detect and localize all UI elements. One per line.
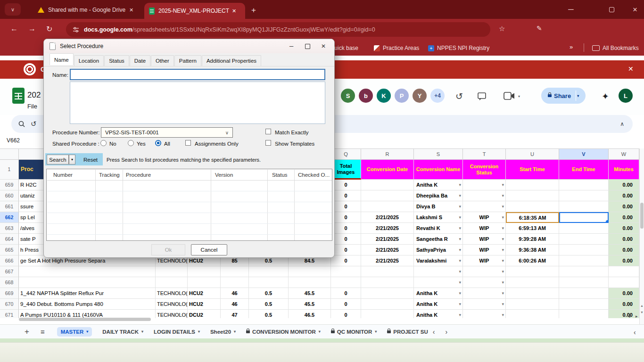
dropdown-icon[interactable]: ▾ [502, 313, 504, 317]
vertical-scrollbar[interactable]: ▲ ▼ [639, 148, 644, 324]
back-button[interactable]: ← [10, 25, 18, 33]
bookmark-nppes[interactable]: + NPPES NPI Registry [428, 43, 489, 53]
dropdown-icon[interactable]: ▾ [502, 182, 504, 187]
tabs-scroll-left-icon[interactable]: ‹ [433, 328, 435, 336]
results-table[interactable]: Number Tracking Procedure Version Status… [46, 169, 332, 241]
cell-V660[interactable] [559, 190, 609, 201]
cell-U669[interactable] [506, 288, 559, 299]
cell-x0-667[interactable] [156, 266, 188, 277]
sheet-tab-sheet20[interactable]: Sheet20▾ [210, 329, 236, 335]
cell-V659[interactable] [559, 180, 609, 190]
header-cell-minutes[interactable]: Minutes [609, 160, 639, 180]
cell-S668[interactable]: ▾ [414, 277, 463, 288]
cell-R659[interactable] [361, 180, 414, 190]
cell-U661[interactable] [506, 201, 559, 212]
dropdown-icon[interactable]: ▾ [502, 302, 504, 306]
sparkle-icon[interactable]: ✦ [602, 91, 609, 102]
cell-x4-668[interactable] [289, 277, 331, 288]
row-header-666[interactable]: 666 [0, 255, 19, 266]
close-icon[interactable]: ✕ [628, 65, 634, 73]
cell-U662[interactable]: 6:18:35 AM [506, 212, 559, 223]
sheet-tab-qc-monitor[interactable]: QC MONITOR▾ [331, 329, 377, 335]
cancel-button[interactable]: Cancel [191, 244, 227, 255]
cell-T662[interactable]: WIP▾ [463, 212, 506, 223]
dropdown-icon[interactable]: ▾ [459, 291, 461, 296]
cell-U666[interactable]: 6:00:26 AM [506, 255, 559, 266]
cell-x2-669[interactable]: 46 [221, 288, 249, 299]
all-sheets-icon[interactable]: ≡ [41, 328, 45, 336]
bookmark-star-icon[interactable]: ☆ [499, 25, 505, 33]
collaborator-avatar[interactable]: P [395, 89, 409, 103]
cell-R665[interactable]: 2/21/2025 [361, 245, 414, 255]
cell-x0-669[interactable]: TECHNOLO( [156, 288, 188, 299]
scrollbar-thumb[interactable] [640, 203, 644, 229]
cell-x1-669[interactable]: HCU2 [188, 288, 221, 299]
row-header-667[interactable]: 667 [0, 266, 19, 277]
row-header-670[interactable]: 670 [0, 299, 19, 310]
sheets-logo-icon[interactable] [12, 88, 25, 104]
all-bookmarks-button[interactable]: All Bookmarks [592, 43, 639, 53]
dropdown-icon[interactable]: ▾ [518, 94, 520, 99]
version-history-icon[interactable]: ↺ [455, 91, 463, 102]
dropdown-icon[interactable]: ▾ [502, 215, 504, 220]
cell-S662[interactable]: Lakshmi S▾ [414, 212, 463, 223]
cell-Q664[interactable]: 0 [331, 234, 361, 245]
column-header-selected[interactable]: V [559, 149, 609, 160]
collapse-toolbar-icon[interactable]: ∧ [620, 121, 624, 127]
cell-S660[interactable]: Dheepika Ba▾ [414, 190, 463, 201]
cell-A670[interactable]: 9_440 Debut. Bottoms Pumps 480 [19, 299, 156, 310]
tab-pattern[interactable]: Pattern [174, 55, 201, 66]
row-header-663[interactable]: 663 [0, 223, 19, 234]
dropdown-icon[interactable]: ▾ [502, 258, 504, 263]
cell-x2-670[interactable]: 46 [221, 299, 249, 310]
cell-Q666[interactable]: 0 [331, 255, 361, 266]
cell-S670[interactable]: Anitha K▾ [414, 299, 463, 310]
cell-S665[interactable]: SathyaPriya▾ [414, 245, 463, 255]
dropdown-icon[interactable]: ▾ [502, 247, 504, 252]
name-list-box[interactable] [70, 82, 325, 124]
header-cell-end-time[interactable]: End Time [559, 160, 609, 180]
sheet-tab-project-su[interactable]: PROJECT SU [387, 329, 428, 335]
row-header-669[interactable]: 669 [0, 288, 19, 299]
row-header-661[interactable]: 661 [0, 201, 19, 212]
comment-icon[interactable] [477, 91, 487, 101]
tab-other[interactable]: Other [151, 55, 174, 66]
reload-button[interactable]: ↻ [46, 25, 52, 33]
cell-T671[interactable]: ▾ [463, 310, 506, 318]
window-menu-button[interactable]: ∨ [5, 3, 21, 16]
cell-U668[interactable] [506, 277, 559, 288]
cell-x2-667[interactable] [221, 266, 249, 277]
cell-R669[interactable] [361, 288, 414, 299]
cell-U663[interactable]: 6:59:13 AM [506, 223, 559, 234]
cell-x0-671[interactable]: TECHNOLO( [156, 310, 188, 318]
reset-button[interactable]: Reset [80, 155, 101, 165]
tab-location[interactable]: Location [74, 55, 104, 66]
dropdown-icon[interactable]: ▾ [502, 226, 504, 230]
browser-tab-drive[interactable]: Shared with me - Google Drive ✕ [38, 4, 144, 16]
tab-date[interactable]: Date [130, 55, 150, 66]
cell-R668[interactable] [361, 277, 414, 288]
cell-Q667[interactable] [331, 266, 361, 277]
radio-all-selected[interactable] [155, 140, 161, 146]
menu-file[interactable]: File [27, 103, 37, 110]
tabs-scroll-right-icon[interactable]: › [445, 328, 447, 336]
show-templates-checkbox[interactable] [265, 140, 271, 146]
cell-V670[interactable] [559, 299, 609, 310]
dropdown-icon[interactable]: ▾ [459, 247, 461, 252]
cell-S667[interactable]: ▾ [414, 266, 463, 277]
cell-Q662[interactable]: 0 [331, 212, 361, 223]
dropdown-icon[interactable]: ▾ [459, 204, 461, 209]
cell-W660[interactable]: 0.00 [609, 190, 639, 201]
cell-V663[interactable] [559, 223, 609, 234]
cell-x4-669[interactable]: 45.5 [289, 288, 331, 299]
dropdown-icon[interactable]: ▾ [502, 237, 504, 241]
scroll-down-icon[interactable]: ▼ [640, 311, 644, 314]
row-header-659[interactable]: 659 [0, 180, 19, 190]
cell-R666[interactable]: 2/21/2025 [361, 255, 414, 266]
cell-T666[interactable]: WIP▾ [463, 255, 506, 266]
sheet-tab-daily-track[interactable]: DAILY TRACK▾ [102, 329, 143, 335]
procedure-name-input[interactable] [70, 69, 325, 80]
cell-Q669[interactable]: 0 [331, 288, 361, 299]
row-header-662[interactable]: 662 [0, 212, 19, 223]
cell-R660[interactable] [361, 190, 414, 201]
